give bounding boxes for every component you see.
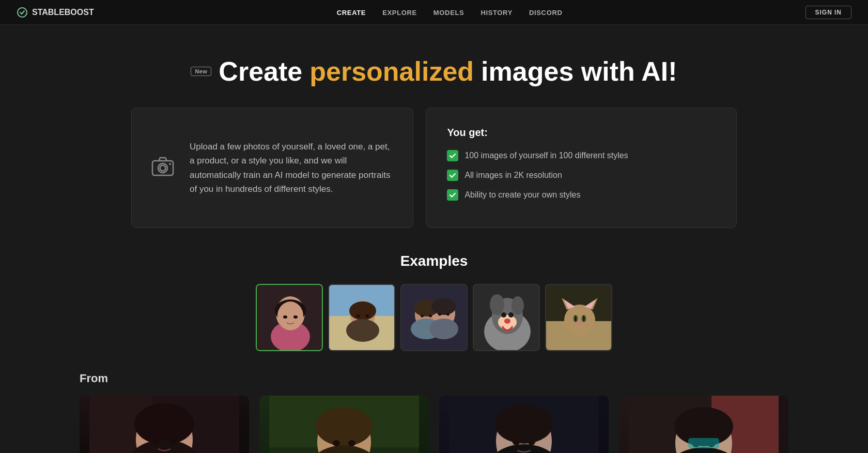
svg-point-58 xyxy=(169,438,177,444)
from-card-2 xyxy=(259,396,429,453)
benefit-item-3: Ability to create your own styles xyxy=(447,189,716,201)
svg-point-62 xyxy=(316,407,373,446)
svg-point-37 xyxy=(501,312,506,318)
svg-point-49 xyxy=(575,315,577,322)
svg-point-42 xyxy=(564,305,595,336)
new-badge: New xyxy=(191,67,211,76)
upload-description: Upload a few photos of yourself, a loved… xyxy=(190,140,394,196)
examples-title: Examples xyxy=(12,253,856,269)
example-thumb-1[interactable] xyxy=(256,284,323,351)
svg-point-17 xyxy=(346,319,379,342)
upload-card: Upload a few photos of yourself, a loved… xyxy=(131,108,413,228)
svg-point-38 xyxy=(508,312,514,318)
check-icon-2 xyxy=(447,170,458,181)
examples-thumbnails xyxy=(12,284,856,351)
svg-point-57 xyxy=(152,438,159,444)
sign-in-button[interactable]: SIGN IN xyxy=(805,6,851,19)
svg-point-19 xyxy=(366,314,369,318)
benefits-card: You get: 100 images of yourself in 100 d… xyxy=(426,108,737,228)
from-card-1 xyxy=(80,396,249,453)
nav-explore[interactable]: EXPLORE xyxy=(382,9,417,17)
from-card-4 xyxy=(619,396,788,453)
from-card-3 xyxy=(439,396,609,453)
hero-section: New Create personalized images with AI! xyxy=(0,25,868,108)
svg-point-34 xyxy=(490,294,504,315)
nav-create[interactable]: CREATE xyxy=(337,9,366,17)
svg-point-50 xyxy=(583,315,585,322)
navbar: STABLEBOOST CREATE EXPLORE MODELS HISTOR… xyxy=(0,0,868,25)
svg-point-27 xyxy=(421,315,424,318)
from-title: From xyxy=(80,372,788,385)
camera-icon xyxy=(150,155,175,182)
hero-title-suffix: images with AI! xyxy=(481,56,677,87)
svg-point-18 xyxy=(357,314,360,318)
svg-point-26 xyxy=(429,319,458,339)
benefit-item-2: All images in 2K resolution xyxy=(447,170,716,181)
hero-title-highlight: personalized xyxy=(309,56,474,87)
svg-point-0 xyxy=(18,8,27,17)
svg-point-71 xyxy=(528,439,535,445)
nav-history[interactable]: HISTORY xyxy=(481,9,513,17)
svg-point-30 xyxy=(446,313,450,316)
example-thumb-3[interactable] xyxy=(400,284,468,351)
svg-point-35 xyxy=(512,296,524,315)
svg-point-70 xyxy=(513,439,520,445)
check-icon-1 xyxy=(447,150,458,161)
example-thumb-4[interactable] xyxy=(473,284,540,351)
from-section: From xyxy=(0,372,868,453)
svg-point-9 xyxy=(277,301,303,330)
nav-models[interactable]: MODELS xyxy=(433,9,464,17)
svg-point-3 xyxy=(160,165,166,171)
svg-point-68 xyxy=(495,404,553,444)
example-thumb-2[interactable] xyxy=(328,284,395,351)
benefit-item-1: 100 images of yourself in 100 different … xyxy=(447,150,716,161)
from-grid xyxy=(80,396,788,453)
svg-point-55 xyxy=(134,403,194,445)
svg-point-16 xyxy=(349,301,376,320)
hero-title: New Create personalized images with AI! xyxy=(10,56,858,87)
nav-discord[interactable]: DISCORD xyxy=(529,9,563,17)
benefit-text-1: 100 images of yourself in 100 different … xyxy=(464,151,628,160)
feature-section: Upload a few photos of yourself, a loved… xyxy=(119,108,749,228)
svg-point-64 xyxy=(333,440,340,446)
svg-point-11 xyxy=(293,315,298,319)
benefits-title: You get: xyxy=(447,127,716,139)
svg-point-10 xyxy=(283,315,287,319)
logo-text: STABLEBOOST xyxy=(32,8,94,17)
svg-point-65 xyxy=(348,440,355,446)
svg-point-29 xyxy=(438,313,441,316)
svg-point-28 xyxy=(429,315,432,318)
logo[interactable]: STABLEBOOST xyxy=(17,7,94,18)
benefit-text-2: All images in 2K resolution xyxy=(464,171,562,180)
svg-point-24 xyxy=(431,298,456,315)
svg-rect-79 xyxy=(688,438,719,448)
benefit-text-3: Ability to create your own styles xyxy=(464,190,580,200)
hero-title-prefix: Create xyxy=(219,56,302,87)
svg-point-4 xyxy=(169,163,171,165)
nav-links: CREATE EXPLORE MODELS HISTORY DISCORD xyxy=(337,8,563,17)
check-icon-3 xyxy=(447,189,458,201)
svg-point-39 xyxy=(504,319,510,324)
examples-section: Examples xyxy=(0,253,868,372)
svg-point-51 xyxy=(578,322,582,325)
example-thumb-5[interactable] xyxy=(545,284,612,351)
